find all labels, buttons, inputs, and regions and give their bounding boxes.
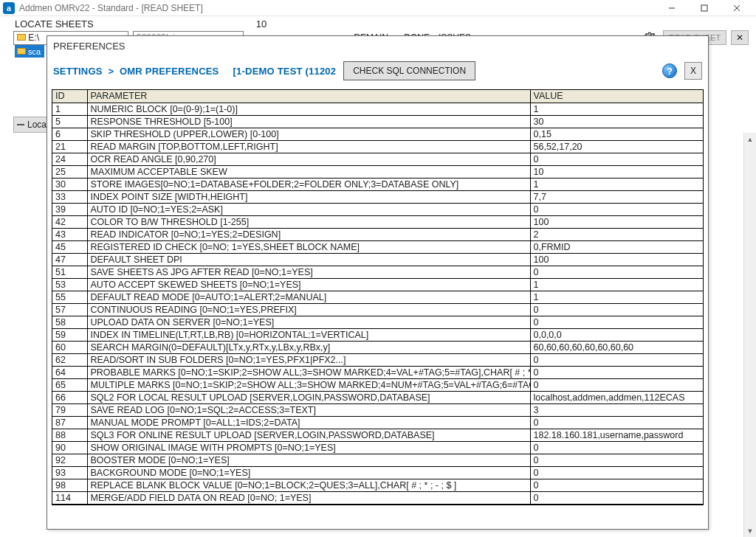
cell-value[interactable]: 0 [530,366,704,378]
col-id[interactable]: ID [52,90,87,103]
page-scrollbar[interactable]: ▲ ▼ [743,133,756,537]
table-row[interactable]: 47DEFAULT SHEET DPI100 [52,253,704,266]
cell-parameter[interactable]: READ/SORT IN SUB FOLDERS [0=NO;1=YES,PFX… [87,353,530,366]
table-row[interactable]: 79SAVE READ LOG [0=NO;1=SQL;2=ACCESS;3=T… [52,403,704,416]
cell-id[interactable]: 58 [52,316,87,328]
cell-parameter[interactable]: DEFAULT READ MODE [0=AUTO;1=ALERT;2=MANU… [87,291,530,303]
table-row[interactable]: 93BACKGROUND MODE [0=NO;1=YES]0 [52,466,704,479]
cell-parameter[interactable]: SHOW ORIGINAL IMAGE WITH PROMPTS [0=NO;1… [87,441,530,454]
breadcrumb-omr-preferences[interactable]: OMR PREFERENCES [120,66,219,77]
table-row[interactable]: 65MULTIPLE MARKS [0=NO;1=SKIP;2=SHOW ALL… [52,378,704,391]
table-row[interactable]: 66SQL2 FOR LOCAL RESULT UPLOAD [SERVER,L… [52,391,704,403]
table-row[interactable]: 24OCR READ ANGLE [0,90,270]0 [52,153,704,165]
table-row[interactable]: 43READ INDICATOR [0=NO;1=YES;2=DESIGN]2 [52,228,704,240]
cell-parameter[interactable]: DEFAULT SHEET DPI [87,253,530,266]
local-button[interactable]: Loca [13,117,50,133]
cell-parameter[interactable]: SEARCH MARGIN(0=DEFAULT)[LTx,y,RTx,y,LBx… [87,341,530,353]
cell-parameter[interactable]: INDEX IN TIMELINE(LT,RT,LB,RB) [0=HORIZO… [87,328,530,341]
cell-parameter[interactable]: OCR READ ANGLE [0,90,270] [87,153,530,165]
table-row[interactable]: 6SKIP THRESHOLD (UPPER,LOWER) [0-100]0,1… [52,128,704,140]
table-row[interactable]: 64PROBABLE MARKS [0=NO;1=SKIP;2=SHOW ALL… [52,366,704,378]
preferences-table[interactable]: ID PARAMETER VALUE 1NUMERIC BLOCK [0=(0-… [52,90,704,505]
table-row[interactable]: 30STORE IMAGES[0=NO;1=DATABASE+FOLDER;2=… [52,178,704,190]
table-row[interactable]: 114MERGE/ADD FIELD DATA ON READ [0=NO; 1… [52,491,704,504]
col-value[interactable]: VALUE [530,90,704,103]
table-row[interactable]: 1NUMERIC BLOCK [0=(0-9);1=(1-0)]1 [52,103,704,115]
table-row[interactable]: 21READ MARGIN [TOP,BOTTOM,LEFT,RIGHT]56,… [52,140,704,153]
scan-folder-item[interactable]: sca [15,45,44,58]
cell-value[interactable]: 0 [530,466,704,479]
table-row[interactable]: 92BOOSTER MODE [0=NO;1=YES]0 [52,454,704,466]
table-row[interactable]: 88SQL3 FOR ONLINE RESULT UPLOAD [SERVER,… [52,429,704,441]
cell-id[interactable]: 66 [52,391,87,403]
cell-parameter[interactable]: INDEX POINT SIZE [WIDTH,HEIGHT] [87,190,530,203]
table-row[interactable]: 39AUTO ID [0=NO;1=YES;2=ASK]0 [52,203,704,215]
cell-id[interactable]: 53 [52,278,87,291]
table-row[interactable]: 53AUTO ACCEPT SKEWED SHEETS [0=NO;1=YES]… [52,278,704,291]
cell-parameter[interactable]: CONTINUOUS READING [0=NO;1=YES,PREFIX] [87,303,530,316]
table-row[interactable]: 55DEFAULT READ MODE [0=AUTO;1=ALERT;2=MA… [52,291,704,303]
cell-value[interactable]: 56,52,17,20 [530,140,704,153]
cell-value[interactable]: 0 [530,378,704,391]
cell-parameter[interactable]: SQL3 FOR ONLINE RESULT UPLOAD [SERVER,LO… [87,429,530,441]
cell-id[interactable]: 88 [52,429,87,441]
cell-parameter[interactable]: NUMERIC BLOCK [0=(0-9);1=(1-0)] [87,103,530,115]
cell-parameter[interactable]: REPLACE BLANK BLOCK VALUE [0=NO;1=BLOCK;… [87,479,530,491]
cell-value[interactable]: 1 [530,178,704,190]
cell-parameter[interactable]: AUTO ID [0=NO;1=YES;2=ASK] [87,203,530,215]
cell-value[interactable]: 10 [530,165,704,178]
cell-value[interactable]: 100 [530,215,704,228]
cell-id[interactable]: 1 [52,103,87,115]
cell-id[interactable]: 5 [52,115,87,128]
cell-parameter[interactable]: AUTO ACCEPT SKEWED SHEETS [0=NO;1=YES] [87,278,530,291]
cell-id[interactable]: 25 [52,165,87,178]
cell-value[interactable]: 1 [530,278,704,291]
cell-value[interactable]: 0 [530,416,704,429]
table-row[interactable]: 57CONTINUOUS READING [0=NO;1=YES,PREFIX]… [52,303,704,316]
cell-id[interactable]: 30 [52,178,87,190]
cell-id[interactable]: 90 [52,441,87,454]
cell-parameter[interactable]: SQL2 FOR LOCAL RESULT UPLOAD [SERVER,LOG… [87,391,530,403]
cell-value[interactable]: 60,60,60,60,60,60,60,60 [530,341,704,353]
window-minimize-button[interactable] [656,0,688,16]
cell-parameter[interactable]: REGISTERED ID CHECK [0=NO; 1=YES,SHEET B… [87,240,530,253]
cell-id[interactable]: 87 [52,416,87,429]
help-icon[interactable]: ? [662,63,677,78]
cell-parameter[interactable]: MERGE/ADD FIELD DATA ON READ [0=NO; 1=YE… [87,491,530,504]
cell-parameter[interactable]: SKIP THRESHOLD (UPPER,LOWER) [0-100] [87,128,530,140]
cell-value[interactable]: 0 [530,316,704,328]
window-close-button[interactable] [721,0,753,16]
table-row[interactable]: 60SEARCH MARGIN(0=DEFAULT)[LTx,y,RTx,y,L… [52,341,704,353]
cell-id[interactable]: 47 [52,253,87,266]
cell-parameter[interactable]: RESPONSE THRESHOLD [5-100] [87,115,530,128]
breadcrumb-settings[interactable]: SETTINGS [53,66,103,77]
cell-value[interactable]: 182.18.160.181,username,password [530,429,704,441]
cell-parameter[interactable]: MAXIMUM ACCEPTABLE SKEW [87,165,530,178]
cell-id[interactable]: 33 [52,190,87,203]
cell-parameter[interactable]: STORE IMAGES[0=NO;1=DATABASE+FOLDER;2=FO… [87,178,530,190]
cell-parameter[interactable]: PROBABLE MARKS [0=NO;1=SKIP;2=SHOW ALL;3… [87,366,530,378]
cell-value[interactable]: 0 [530,203,704,215]
cell-id[interactable]: 59 [52,328,87,341]
cell-parameter[interactable]: SAVE READ LOG [0=NO;1=SQL;2=ACCESS;3=TEX… [87,403,530,416]
col-parameter[interactable]: PARAMETER [87,90,530,103]
table-row[interactable]: 45REGISTERED ID CHECK [0=NO; 1=YES,SHEET… [52,240,704,253]
cell-parameter[interactable]: UPLOAD DATA ON SERVER [0=NO;1=YES] [87,316,530,328]
cell-value[interactable]: 0,0,0,0 [530,328,704,341]
cell-parameter[interactable]: SAVE SHEETS AS JPG AFTER READ [0=NO;1=YE… [87,266,530,278]
table-row[interactable]: 59INDEX IN TIMELINE(LT,RT,LB,RB) [0=HORI… [52,328,704,341]
cell-id[interactable]: 42 [52,215,87,228]
cell-id[interactable]: 51 [52,266,87,278]
dialog-close-button[interactable]: X [684,62,702,80]
cell-id[interactable]: 57 [52,303,87,316]
cell-value[interactable]: localhost,addmen,addmen,112ECAS [530,391,704,403]
table-row[interactable]: 87MANUAL MODE PROMPT [0=ALL;1=IDS;2=DATA… [52,416,704,429]
cell-value[interactable]: 0,15 [530,128,704,140]
cell-value[interactable]: 0 [530,479,704,491]
cell-id[interactable]: 62 [52,353,87,366]
cell-id[interactable]: 43 [52,228,87,240]
cell-parameter[interactable]: MULTIPLE MARKS [0=NO;1=SKIP;2=SHOW ALL;3… [87,378,530,391]
cell-value[interactable]: 3 [530,403,704,416]
table-row[interactable]: 98REPLACE BLANK BLOCK VALUE [0=NO;1=BLOC… [52,479,704,491]
cell-id[interactable]: 24 [52,153,87,165]
